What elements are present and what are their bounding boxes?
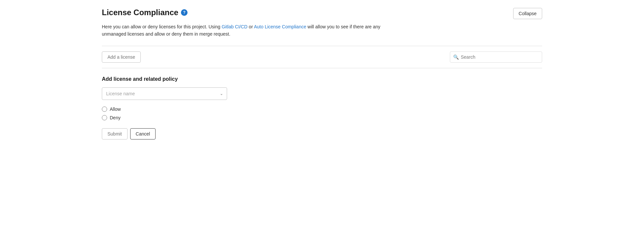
allow-label-text: Allow: [110, 107, 121, 112]
description-text-before-link1: Here you can allow or deny licenses for …: [102, 24, 221, 29]
action-buttons: Submit Cancel: [102, 128, 542, 139]
auto-license-compliance-link[interactable]: Auto License Compliance: [254, 24, 306, 29]
help-icon[interactable]: ?: [181, 9, 188, 16]
page-title: License Compliance: [102, 8, 178, 17]
allow-radio[interactable]: [102, 107, 107, 112]
toolbar-row: Add a license 🔍: [102, 46, 542, 68]
search-input[interactable]: [450, 51, 542, 63]
collapse-button[interactable]: Collapse: [513, 8, 542, 19]
deny-radio-label[interactable]: Deny: [102, 115, 542, 120]
license-name-select[interactable]: License name: [102, 87, 227, 100]
deny-radio[interactable]: [102, 115, 107, 120]
search-wrapper: 🔍: [450, 51, 542, 63]
title-area: License Compliance ?: [102, 8, 188, 17]
form-section: Add license and related policy License n…: [102, 76, 542, 139]
cancel-button[interactable]: Cancel: [130, 128, 156, 139]
gitlab-cicd-link[interactable]: Gitlab CI/CD: [221, 24, 248, 29]
policy-radio-group: Allow Deny: [102, 107, 542, 120]
description-text: Here you can allow or deny licenses for …: [102, 23, 398, 38]
submit-button[interactable]: Submit: [102, 128, 128, 139]
description-text-between: or: [248, 24, 254, 29]
page-container: License Compliance ? Collapse Here you c…: [91, 0, 553, 147]
header-row: License Compliance ? Collapse: [102, 8, 542, 19]
allow-radio-label[interactable]: Allow: [102, 107, 542, 112]
search-icon: 🔍: [453, 54, 459, 60]
form-section-title: Add license and related policy: [102, 76, 542, 82]
license-select-wrapper: License name ⌄: [102, 87, 227, 100]
deny-label-text: Deny: [110, 115, 121, 120]
add-license-button[interactable]: Add a license: [102, 51, 141, 63]
